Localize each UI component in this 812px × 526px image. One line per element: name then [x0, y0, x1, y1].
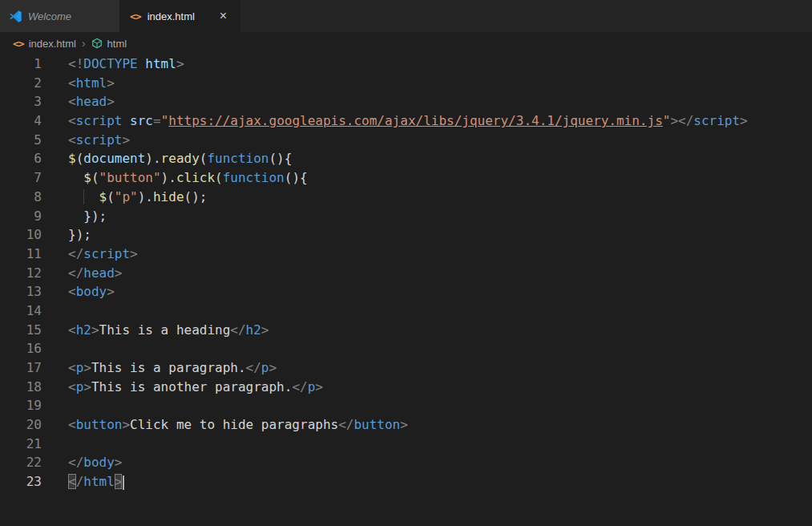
line-number: 5 — [0, 131, 42, 150]
code-line[interactable]: 14 — [0, 301, 812, 321]
code-editor[interactable]: 1<!DOCTYPE html>2<html>3<head>4<script s… — [0, 55, 812, 526]
breadcrumb-file[interactable]: index.html — [29, 38, 76, 50]
code-line[interactable]: 15<h2>This is a heading</h2> — [0, 321, 812, 340]
line-number: 16 — [0, 339, 42, 358]
line-number: 6 — [0, 149, 42, 168]
code-line[interactable]: 1<!DOCTYPE html> — [0, 55, 812, 74]
code-text — [42, 396, 68, 415]
code-text: <body> — [42, 282, 115, 301]
code-line[interactable]: 19 — [0, 396, 812, 415]
vscode-logo-icon — [10, 10, 22, 22]
line-number: 19 — [0, 396, 42, 415]
code-text — [42, 435, 68, 454]
code-line[interactable]: 4<script src="https://ajax.googleapis.co… — [0, 111, 812, 131]
breadcrumb: <> index.html › html — [0, 32, 812, 55]
code-line[interactable]: 16 — [0, 339, 812, 358]
line-number: 11 — [0, 245, 42, 264]
code-text — [42, 339, 68, 358]
tab-welcome[interactable]: Welcome — [0, 0, 120, 32]
code-line[interactable]: 12</head> — [0, 264, 812, 283]
html-symbol-icon — [91, 38, 103, 49]
line-number: 12 — [0, 264, 42, 283]
code-line[interactable]: 7 $("button").click(function(){ — [0, 168, 812, 188]
line-number: 7 — [0, 168, 42, 188]
code-text: <button>Click me to hide paragraphs</but… — [42, 415, 408, 435]
line-number: 18 — [0, 378, 42, 397]
code-line[interactable]: 6$(document).ready(function(){ — [0, 149, 812, 168]
code-text: }); — [42, 207, 107, 226]
tab-index-html[interactable]: <> index.html × — [120, 0, 240, 32]
breadcrumb-symbol[interactable]: html — [107, 38, 127, 50]
line-number: 10 — [0, 225, 42, 245]
line-number: 3 — [0, 92, 42, 111]
code-line[interactable]: 22</body> — [0, 453, 812, 472]
line-number: 22 — [0, 453, 42, 472]
line-number: 14 — [0, 301, 42, 321]
code-text: <script> — [42, 131, 130, 150]
code-text — [42, 301, 68, 321]
code-text: </script> — [42, 245, 138, 264]
code-line[interactable]: 23</html> — [0, 472, 812, 492]
line-number: 21 — [0, 435, 42, 454]
line-number: 23 — [0, 472, 42, 492]
html-file-icon: <> — [130, 10, 141, 22]
code-line[interactable]: 17<p>This is a paragraph.</p> — [0, 358, 812, 378]
code-text: <script src="https://ajax.googleapis.com… — [42, 111, 748, 131]
code-line[interactable]: 13<body> — [0, 282, 812, 301]
text-cursor — [123, 475, 124, 490]
line-number: 15 — [0, 321, 42, 340]
code-line[interactable]: 3<head> — [0, 92, 812, 111]
line-number: 4 — [0, 111, 42, 131]
code-text: $("p").hide(); — [42, 188, 207, 207]
code-line[interactable]: 21 — [0, 435, 812, 454]
line-number: 13 — [0, 282, 42, 301]
close-icon[interactable]: × — [216, 9, 230, 23]
code-text: </head> — [42, 264, 122, 283]
vscode-window: Welcome <> index.html × <> index.html › … — [0, 0, 812, 526]
line-number: 1 — [0, 55, 42, 74]
code-text: </body> — [42, 453, 122, 472]
code-text: <html> — [42, 74, 115, 93]
code-line[interactable]: 20<button>Click me to hide paragraphs</b… — [0, 415, 812, 435]
line-number: 9 — [0, 207, 42, 226]
code-text: <h2>This is a heading</h2> — [42, 321, 269, 340]
tab-label-welcome: Welcome — [28, 10, 71, 22]
code-line[interactable]: 5<script> — [0, 131, 812, 150]
html-file-icon: <> — [13, 38, 24, 50]
code-text: <p>This is a paragraph.</p> — [42, 358, 277, 378]
code-line[interactable]: 8 $("p").hide(); — [0, 188, 812, 207]
line-number: 8 — [0, 188, 42, 207]
code-text: <head> — [42, 92, 115, 111]
code-text: </html> — [42, 472, 124, 492]
code-text: <p>This is another paragraph.</p> — [42, 378, 323, 397]
code-line[interactable]: 18<p>This is another paragraph.</p> — [0, 378, 812, 397]
code-text: $("button").click(function(){ — [42, 168, 308, 188]
code-line[interactable]: 9 }); — [0, 207, 812, 226]
line-number: 2 — [0, 74, 42, 93]
code-text: <!DOCTYPE html> — [42, 55, 184, 74]
line-number: 17 — [0, 358, 42, 378]
code-line[interactable]: 11</script> — [0, 245, 812, 264]
code-line[interactable]: 10}); — [0, 225, 812, 245]
code-line[interactable]: 2<html> — [0, 74, 812, 93]
chevron-right-icon: › — [81, 37, 87, 50]
code-text: }); — [42, 225, 91, 245]
code-text: $(document).ready(function(){ — [42, 149, 292, 168]
tab-label-index-html: index.html — [147, 10, 195, 22]
line-number: 20 — [0, 415, 42, 435]
tab-bar: Welcome <> index.html × — [0, 0, 812, 32]
